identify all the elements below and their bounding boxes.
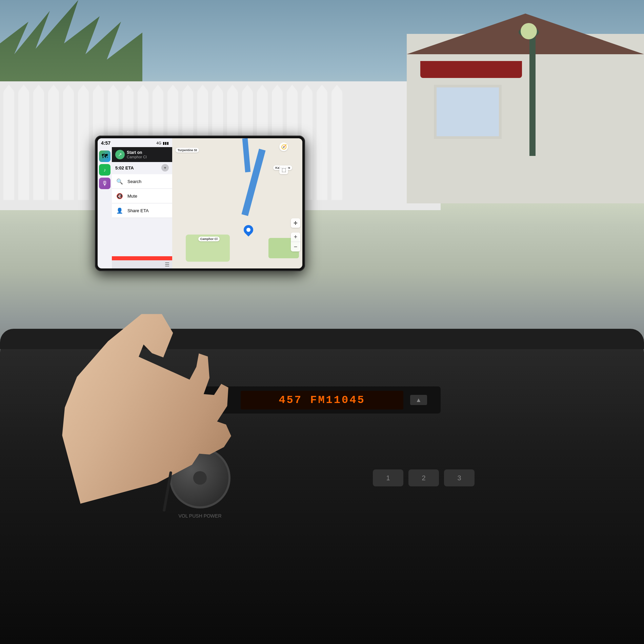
radio-slot: 457 FM11045 ▲	[203, 386, 441, 414]
search-icon: 🔍	[115, 177, 124, 186]
mute-label: Mute	[127, 194, 137, 199]
radio-display: 457 FM11045	[241, 391, 403, 409]
nav-label-2: 2	[422, 474, 425, 482]
status-bar: 4:57 4G ▮▮▮	[98, 138, 172, 147]
dock-bar: ☰	[112, 260, 172, 268]
search-menu-item[interactable]: 🔍 Search	[112, 174, 172, 189]
dashboard-top-edge	[0, 329, 644, 349]
map-pan-button[interactable]: ✛	[291, 218, 300, 228]
eject-icon: ▲	[416, 397, 422, 404]
eject-button[interactable]: ▲	[410, 395, 427, 405]
compass-icon: 🧭	[281, 144, 287, 149]
fence-picket	[317, 92, 327, 200]
mute-icon: 🔇	[115, 192, 124, 200]
house-awning	[420, 61, 522, 78]
nav-content: ↗ Start on Camphor Cl 5:02 ETA ▾	[112, 147, 172, 268]
share-eta-menu-item[interactable]: 👤 Share ETA	[112, 203, 172, 218]
nav-button-2[interactable]: 2	[408, 469, 439, 486]
direction-icon: ↗	[115, 150, 125, 159]
turn-arrow-icon: ↗	[118, 152, 122, 157]
battery-icon: ▮▮▮	[163, 141, 169, 145]
fence-picket	[33, 92, 44, 200]
pan-icon: ✛	[294, 220, 298, 226]
signal-icon: 4G	[156, 141, 161, 145]
fence-picket	[63, 92, 74, 200]
screen-mode-button[interactable]: ⬚	[279, 165, 288, 174]
direction-sub: Camphor Cl	[127, 155, 169, 159]
fence-picket	[48, 92, 59, 200]
nav-buttons: 1 2 3	[373, 469, 475, 486]
fence-picket	[331, 92, 342, 200]
maps-app-icon[interactable]: 🗺	[99, 150, 110, 162]
share-eta-label: Share ETA	[127, 208, 149, 213]
carplay-screen: 4:57 4G ▮▮▮ 🗺 ♪ 🎙 ↗	[98, 138, 302, 268]
map-label-turpentine: Turpentine St	[176, 148, 199, 153]
fence-picket	[78, 92, 89, 200]
direction-bar: ↗ Start on Camphor Cl	[112, 147, 172, 162]
lamppost-globe	[521, 23, 537, 39]
direction-text: Start on Camphor Cl	[127, 150, 169, 159]
zoom-group: + −	[291, 233, 300, 251]
spotify-app-icon[interactable]: ♪	[99, 164, 110, 176]
nav-label-3: 3	[457, 474, 461, 482]
volume-label: VOL PUSH POWER	[169, 513, 230, 519]
direction-main: Start on	[127, 150, 169, 155]
screen-icon: ⬚	[282, 167, 286, 173]
nav-label-1: 1	[386, 474, 390, 482]
eta-bar: 5:02 ETA ▾	[112, 162, 172, 174]
mute-menu-item[interactable]: 🔇 Mute	[112, 189, 172, 203]
nav-button-1[interactable]: 1	[373, 469, 403, 486]
podcast-app-icon[interactable]: 🎙	[99, 178, 110, 189]
app-icons-sidebar: 🗺 ♪ 🎙	[98, 148, 112, 268]
menu-items-list: 🔍 Search 🔇 Mute 👤 Share ETA	[112, 174, 172, 256]
house-window	[434, 85, 502, 139]
map-zoom-controls: + −	[291, 233, 300, 251]
compass-button[interactable]: 🧭	[279, 142, 288, 151]
house-background	[407, 34, 644, 203]
carplay-device: 4:57 4G ▮▮▮ 🗺 ♪ 🎙 ↗	[95, 136, 305, 271]
navigation-panel: 4:57 4G ▮▮▮ 🗺 ♪ 🎙 ↗	[98, 138, 172, 268]
map-panel[interactable]: Turpentine St Kalori Ave Camphor Cl 🧭 ⬚ …	[172, 138, 302, 268]
status-time: 4:57	[101, 140, 110, 146]
status-icons: 4G ▮▮▮	[156, 141, 169, 145]
controls-area: VOL PUSH POWER 1 2 3	[169, 447, 475, 508]
eta-chevron-button[interactable]: ▾	[161, 164, 169, 172]
zoom-out-button[interactable]: −	[291, 242, 300, 251]
map-label-camphor: Camphor Cl	[198, 237, 220, 241]
share-eta-icon: 👤	[115, 206, 124, 215]
fence-picket	[3, 92, 14, 200]
zoom-in-button[interactable]: +	[291, 233, 300, 242]
chevron-down-icon: ▾	[164, 165, 166, 170]
eta-text: 5:02 ETA	[115, 165, 134, 170]
search-label: Search	[127, 179, 141, 184]
fence-picket	[18, 92, 29, 200]
nav-button-3[interactable]: 3	[444, 469, 475, 486]
lamppost	[529, 34, 536, 156]
dock-menu-icon: ☰	[165, 261, 169, 268]
